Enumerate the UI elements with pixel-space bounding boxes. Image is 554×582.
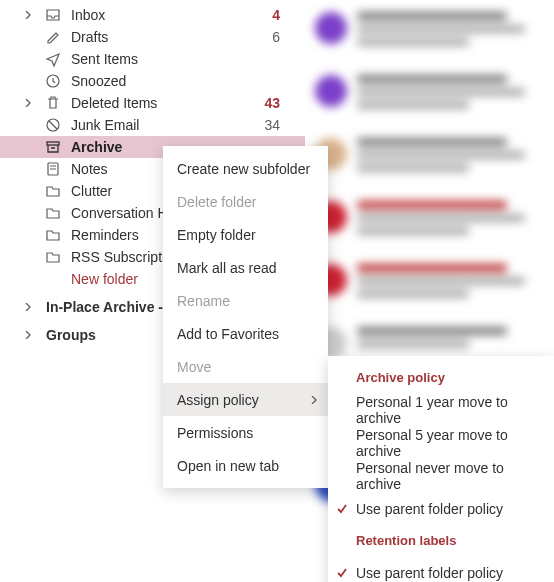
folder-count: 34 xyxy=(264,117,280,133)
submenu-header-archive: Archive policy xyxy=(328,362,554,393)
svg-rect-2 xyxy=(47,142,59,145)
checkmark-icon xyxy=(336,567,348,579)
submenu-label: Use parent folder policy xyxy=(356,565,503,581)
folder-label: Drafts xyxy=(71,29,272,45)
folder-deleted[interactable]: Deleted Items 43 xyxy=(0,92,305,114)
folder-label: Junk Email xyxy=(71,117,264,133)
assign-policy-submenu: Archive policy Personal 1 year move to a… xyxy=(328,356,554,582)
folder-snoozed[interactable]: Snoozed xyxy=(0,70,305,92)
clock-icon xyxy=(45,73,61,89)
menu-empty-folder[interactable]: Empty folder xyxy=(163,218,328,251)
folder-count: 6 xyxy=(272,29,280,45)
folder-context-menu: Create new subfolder Delete folder Empty… xyxy=(163,146,328,488)
notes-icon xyxy=(45,161,61,177)
menu-add-favorites[interactable]: Add to Favorites xyxy=(163,317,328,350)
chevron-right-icon xyxy=(310,396,318,404)
menu-assign-policy[interactable]: Assign policy xyxy=(163,383,328,416)
retention-use-parent[interactable]: Use parent folder policy xyxy=(328,556,554,582)
chevron-right-icon xyxy=(22,301,34,313)
checkmark-icon xyxy=(336,503,348,515)
folder-icon xyxy=(45,227,61,243)
menu-mark-all-read[interactable]: Mark all as read xyxy=(163,251,328,284)
folder-icon xyxy=(45,205,61,221)
menu-open-new-tab[interactable]: Open in new tab xyxy=(163,449,328,482)
folder-icon xyxy=(45,249,61,265)
submenu-label: Use parent folder policy xyxy=(356,501,503,517)
archive-icon xyxy=(45,139,61,155)
inbox-icon xyxy=(45,7,61,23)
folder-label: Inbox xyxy=(71,7,272,23)
chevron-right-icon xyxy=(22,329,34,341)
sent-icon xyxy=(45,51,61,67)
menu-label: Assign policy xyxy=(177,392,259,408)
trash-icon xyxy=(45,95,61,111)
menu-rename: Rename xyxy=(163,284,328,317)
menu-permissions[interactable]: Permissions xyxy=(163,416,328,449)
policy-personal-5year[interactable]: Personal 5 year move to archive xyxy=(328,426,554,459)
folder-label: Deleted Items xyxy=(71,95,264,111)
chevron-right-icon xyxy=(22,9,34,21)
drafts-icon xyxy=(45,29,61,45)
menu-create-subfolder[interactable]: Create new subfolder xyxy=(163,152,328,185)
menu-delete-folder: Delete folder xyxy=(163,185,328,218)
chevron-right-icon xyxy=(22,97,34,109)
junk-icon xyxy=(45,117,61,133)
policy-use-parent[interactable]: Use parent folder policy xyxy=(328,492,554,525)
submenu-header-retention: Retention labels xyxy=(328,525,554,556)
menu-move: Move xyxy=(163,350,328,383)
folder-inbox[interactable]: Inbox 4 xyxy=(0,4,305,26)
policy-personal-1year[interactable]: Personal 1 year move to archive xyxy=(328,393,554,426)
policy-personal-never[interactable]: Personal never move to archive xyxy=(328,459,554,492)
folder-label: Snoozed xyxy=(71,73,305,89)
folder-label: Sent Items xyxy=(71,51,305,67)
folder-count: 43 xyxy=(264,95,280,111)
folder-count: 4 xyxy=(272,7,280,23)
folder-icon xyxy=(45,183,61,199)
folder-drafts[interactable]: Drafts 6 xyxy=(0,26,305,48)
folder-junk[interactable]: Junk Email 34 xyxy=(0,114,305,136)
folder-sent[interactable]: Sent Items xyxy=(0,48,305,70)
